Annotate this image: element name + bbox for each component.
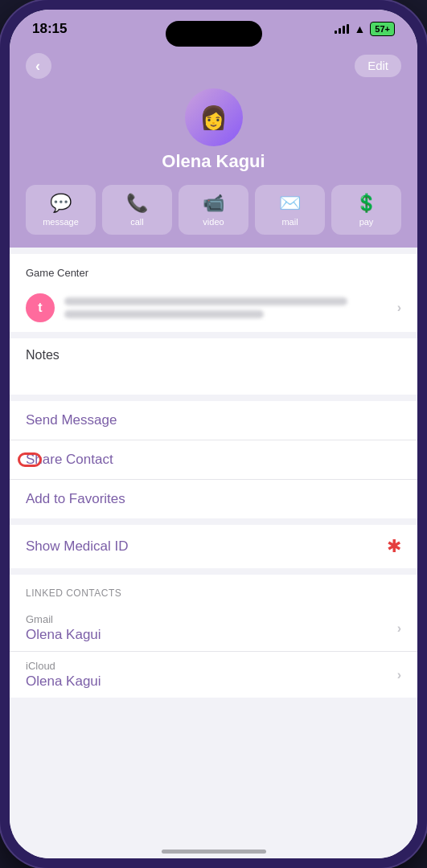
mail-button[interactable]: ✉️ mail	[255, 185, 325, 235]
message-icon: 💬	[50, 193, 72, 214]
send-message-link: Send Message	[26, 412, 117, 428]
battery-badge: 57+	[370, 22, 395, 36]
call-label: call	[130, 217, 144, 227]
blur-line-1	[64, 297, 347, 305]
call-button[interactable]: 📞 call	[102, 185, 172, 235]
home-indicator	[10, 843, 417, 858]
blurred-game-info	[64, 297, 397, 318]
signal-icon	[335, 24, 349, 34]
blur-line-2	[64, 310, 264, 318]
linked-icloud-chevron-icon: ›	[397, 668, 401, 682]
send-message-item[interactable]: Send Message	[10, 401, 417, 440]
video-label: video	[203, 217, 224, 227]
action-links-section: Send Message Share Contact Add to Favori…	[10, 401, 417, 518]
notes-section: Notes	[10, 338, 417, 395]
message-label: message	[43, 217, 79, 227]
avatar-emoji: 👩	[199, 104, 228, 131]
linked-contacts-header: LINKED CONTACTS	[10, 575, 417, 605]
linked-contact-icloud[interactable]: iCloud Olena Kagui ›	[10, 652, 417, 698]
add-favorites-item[interactable]: Add to Favorites	[10, 480, 417, 518]
share-contact-link: Share Contact	[26, 452, 113, 468]
video-button[interactable]: 📹 video	[179, 185, 248, 235]
medical-id-label: Show Medical ID	[26, 538, 129, 555]
phone-frame: 18:15 ▲ 57+ ‹ Edit	[0, 0, 427, 868]
back-button[interactable]: ‹	[26, 53, 51, 79]
mail-icon: ✉️	[279, 193, 301, 214]
edit-button[interactable]: Edit	[355, 55, 401, 77]
share-contact-item[interactable]: Share Contact	[10, 440, 417, 480]
status-icons: ▲ 57+	[335, 22, 395, 36]
linked-gmail-chevron-icon: ›	[397, 621, 401, 636]
message-button[interactable]: 💬 message	[26, 185, 96, 235]
linked-icloud-name: Olena Kagui	[26, 674, 101, 690]
game-center-row[interactable]: t ›	[10, 284, 417, 332]
notes-label: Notes	[26, 348, 401, 362]
bottom-spacer	[10, 704, 417, 720]
chevron-right-icon: ›	[397, 301, 401, 315]
medical-id-section: Show Medical ID ✱	[10, 525, 417, 568]
wifi-icon: ▲	[354, 23, 365, 35]
phone-inner: 18:15 ▲ 57+ ‹ Edit	[10, 10, 417, 858]
pay-icon: 💲	[355, 193, 377, 214]
contact-avatar: 👩	[185, 88, 243, 146]
pay-label: pay	[359, 217, 374, 227]
linked-contact-gmail[interactable]: Gmail Olena Kagui ›	[10, 605, 417, 652]
add-favorites-link: Add to Favorites	[26, 491, 125, 506]
edit-label: Edit	[367, 59, 388, 72]
mail-label: mail	[281, 217, 298, 227]
game-center-avatar: t	[26, 293, 55, 322]
back-chevron-icon: ‹	[35, 59, 40, 73]
status-time: 18:15	[32, 21, 67, 37]
video-icon: 📹	[203, 193, 224, 214]
spacer-1	[10, 248, 417, 254]
medical-id-row[interactable]: Show Medical ID ✱	[10, 525, 417, 568]
linked-contacts-section: LINKED CONTACTS Gmail Olena Kagui › iClo…	[10, 575, 417, 698]
game-center-header: Game Center	[10, 254, 417, 284]
pay-button[interactable]: 💲 pay	[331, 185, 401, 235]
linked-gmail-name: Olena Kagui	[26, 627, 101, 643]
nav-row: ‹ Edit	[26, 53, 401, 79]
header-area: ‹ Edit 👩 Olena Kagui 💬 message 📞	[10, 43, 417, 248]
game-center-avatar-letter: t	[38, 301, 42, 315]
game-center-section: Game Center t ›	[10, 254, 417, 332]
contact-name: Olena Kagui	[26, 151, 401, 172]
linked-gmail-source: Gmail	[26, 613, 101, 625]
avatar-wrapper: 👩	[26, 88, 401, 146]
medical-asterisk-icon: ✱	[387, 536, 401, 557]
linked-icloud-source: iCloud	[26, 660, 101, 672]
dynamic-island	[166, 21, 262, 47]
home-bar	[162, 850, 266, 854]
action-buttons-row: 💬 message 📞 call 📹 video ✉️ mail 💲	[26, 185, 401, 235]
main-content: Game Center t › Notes	[10, 248, 417, 843]
call-icon: 📞	[126, 193, 148, 214]
